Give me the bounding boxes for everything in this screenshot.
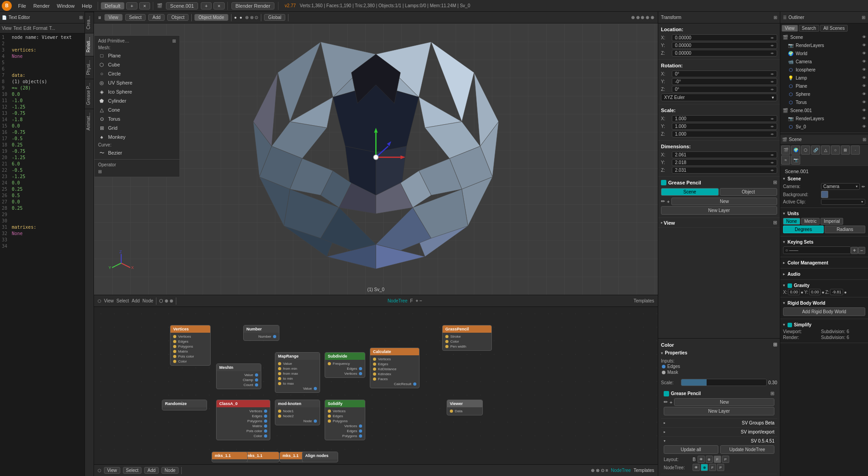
color-management-title[interactable]: ▸ Color Management xyxy=(783,259,865,266)
keying-minus[interactable]: − xyxy=(858,247,865,254)
format-btn[interactable]: Format xyxy=(33,26,47,31)
outliner-eye[interactable]: 👁 xyxy=(862,92,866,96)
menu-help[interactable]: Help xyxy=(78,2,96,9)
mesh-item-plane[interactable]: □Plane xyxy=(94,51,179,60)
view-menu-node[interactable]: View xyxy=(104,298,114,303)
mesh-item-monkey[interactable]: ♠Monkey xyxy=(94,132,179,141)
dim-z-value[interactable]: 2.031 ◂▸ xyxy=(672,167,777,174)
add-rigid-body-btn[interactable]: Add Rigid Body World xyxy=(783,307,865,316)
node-menu[interactable]: Node xyxy=(142,298,153,303)
3d-viewport[interactable]: Add Primitive… ⊞ Mesh: □Plane⬡Cube○Circl… xyxy=(94,24,658,295)
side-tab-relations[interactable]: Relati... xyxy=(85,33,94,56)
layout-icon-1[interactable]: 👁 xyxy=(698,456,705,463)
view-menu[interactable]: View xyxy=(104,14,123,21)
keying-add[interactable]: + xyxy=(851,247,858,254)
grav-x[interactable]: 0.00 xyxy=(788,289,800,295)
layout-icon-3[interactable]: F xyxy=(714,456,721,463)
outliner-item-scene001[interactable]: 🎬 Scene.001 👁 xyxy=(780,106,868,114)
sv-version-header[interactable]: ▾ SV 0.5.4.51 xyxy=(664,438,774,443)
material-icon-btn[interactable]: ○ xyxy=(831,146,840,155)
node-n6[interactable]: CalculateVerticesEdgesKdDistanceKdIndexF… xyxy=(370,348,420,388)
menu-window[interactable]: Window xyxy=(53,2,78,9)
scene-name[interactable]: Scene.001 xyxy=(166,2,198,9)
node-n10[interactable]: mod-knotenNode1Node2Node xyxy=(275,400,320,425)
outliner-item-scene[interactable]: 🎬 Scene 👁 xyxy=(780,33,868,41)
outliner-item-camera[interactable]: 📹 Camera 👁 xyxy=(780,57,868,66)
outliner-eye[interactable]: 👁 xyxy=(862,67,866,72)
scene-icon-btn[interactable]: 🎬 xyxy=(781,146,790,155)
update-nodetree-btn[interactable]: Update NodeTree xyxy=(720,445,775,454)
outliner-eye[interactable]: 👁 xyxy=(862,59,866,64)
view-btn[interactable]: View xyxy=(2,26,12,31)
rigid-body-title[interactable]: ▾ Rigid Body World xyxy=(783,299,865,306)
transform-collapse[interactable]: ⊞ xyxy=(774,15,777,20)
grav-z[interactable]: -9.81 xyxy=(830,289,843,295)
gp-new-btn[interactable]: New xyxy=(671,198,777,205)
add-menu-node[interactable]: Add xyxy=(132,298,140,303)
grav-y[interactable]: 0.00 xyxy=(809,289,821,295)
audio-title[interactable]: ▸ Audio xyxy=(783,270,865,278)
gp-collapse[interactable]: ⊞ xyxy=(773,179,777,185)
particle-icon-btn[interactable]: · xyxy=(851,146,860,155)
outliner-eye[interactable]: 👁 xyxy=(862,100,866,104)
scene-collapse-btn[interactable]: ⊞ xyxy=(863,137,866,142)
sv-import-header[interactable]: ▸ SV import/export xyxy=(664,429,774,434)
simplify-checkbox[interactable] xyxy=(788,323,792,327)
side-tab-anim[interactable]: Animat... xyxy=(85,108,94,134)
mesh-item-cone[interactable]: △Cone xyxy=(94,105,179,114)
color-collapse[interactable]: ⊞ xyxy=(773,342,777,348)
unit-metric-btn[interactable]: Metric xyxy=(801,218,820,225)
mesh-item-ico-sphere[interactable]: ◈Ico Sphere xyxy=(94,87,179,96)
outliner-item-sv_0[interactable]: ⬡ Sv_0 👁 xyxy=(780,123,868,131)
rot-y-value[interactable]: -0° ◂▸ xyxy=(672,78,777,85)
node-n16[interactable]: Align nodes xyxy=(302,452,338,462)
plus-icon-2[interactable]: + xyxy=(670,400,672,405)
add-btn-node[interactable]: Add xyxy=(144,467,159,474)
bezier-item[interactable]: 〜 Bezier xyxy=(94,148,179,157)
keying-sets-title[interactable]: ▾ Keying Sets xyxy=(783,238,865,245)
scene-close-btn[interactable]: × xyxy=(213,2,224,9)
camera-edit-btn[interactable]: ✏ xyxy=(862,184,865,189)
unit-none-btn[interactable]: None xyxy=(783,218,800,225)
side-tab-physics[interactable]: Physi... xyxy=(85,56,94,79)
simplify-title[interactable]: ▾ Simplify xyxy=(783,321,865,328)
add-menu[interactable]: Add xyxy=(148,14,165,21)
outliner-eye[interactable]: 👁 xyxy=(862,124,866,129)
side-tab-grease[interactable]: Grease P... xyxy=(85,79,94,108)
outliner-eye[interactable]: 👁 xyxy=(862,108,866,113)
gp-new-btn-2[interactable]: New xyxy=(674,398,774,406)
select-menu[interactable]: Select xyxy=(125,14,146,21)
mesh-item-uv-sphere[interactable]: ◎UV Sphere xyxy=(94,78,179,87)
physics-icon-btn[interactable]: ≈ xyxy=(781,156,790,165)
outliner-item-renderlayers[interactable]: 📷 RenderLayers 👁 xyxy=(780,114,868,123)
object-mode-btn[interactable]: Object Mode xyxy=(194,14,228,21)
outliner-item-world[interactable]: 🌍 World 👁 xyxy=(780,49,868,57)
templates-btn[interactable]: Templates xyxy=(633,468,654,473)
outliner-item-renderlayers[interactable]: 📷 RenderLayers 👁 xyxy=(780,41,868,49)
outliner-eye[interactable]: 👁 xyxy=(862,84,866,88)
menu-file[interactable]: File xyxy=(14,2,30,9)
dim-x-value[interactable]: 2.061 ◂▸ xyxy=(672,151,777,158)
mesh-item-cylinder[interactable]: ⬟Cylinder xyxy=(94,96,179,105)
tab-close[interactable]: × xyxy=(139,2,150,9)
dim-y-value[interactable]: 2.018 ◂▸ xyxy=(672,159,777,166)
layout-icon-2[interactable]: ⊕ xyxy=(706,456,713,463)
loc-y-value[interactable]: 0.00000 ◂▸ xyxy=(672,42,777,49)
outliner-all-tab[interactable]: All Scenes xyxy=(820,25,848,32)
node-n11[interactable]: ClassA_0VerticesEdgesPolygonsMatrixPols … xyxy=(216,400,270,440)
gp-new-layer-btn-2[interactable]: New Layer xyxy=(664,407,774,415)
active-clip-value[interactable]: ▾ xyxy=(821,199,865,205)
camera-value[interactable]: Camera ▾ xyxy=(821,183,860,190)
header-expand[interactable]: ⊞ xyxy=(79,15,83,20)
node-n9[interactable]: SolidifyVerticesEdgesPolygonsVerticesEdg… xyxy=(325,400,365,440)
nt-icon-2[interactable]: ⊕ xyxy=(701,464,708,471)
node-n3[interactable]: MapRangeValuefrom minfrom maxto minto ma… xyxy=(275,352,320,393)
gravity-checkbox[interactable] xyxy=(788,283,792,288)
rotation-mode[interactable]: XYZ Euler ▾ xyxy=(661,94,777,101)
select-btn-node[interactable]: Select xyxy=(123,467,142,474)
gp-checkbox-2[interactable] xyxy=(664,391,669,396)
object-icon-btn[interactable]: ⬡ xyxy=(801,146,810,155)
mesh-item-grid[interactable]: ⊞Grid xyxy=(94,123,179,132)
gp-collapse-2[interactable]: ⊞ xyxy=(770,391,774,396)
scale-y-value[interactable]: 1.000 ◂▸ xyxy=(672,123,777,130)
